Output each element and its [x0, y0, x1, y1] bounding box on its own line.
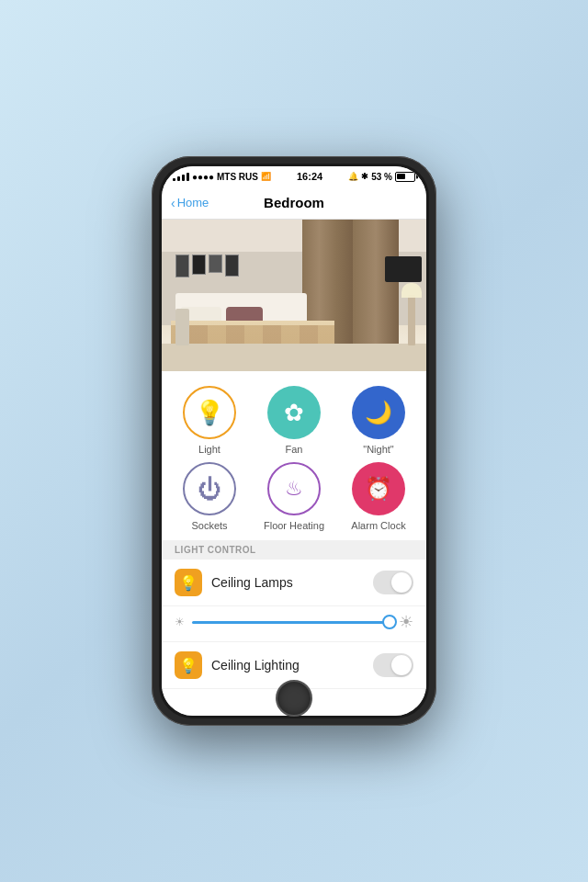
socket-icon-circle: ⏻ [183, 462, 236, 515]
brightness-row: ☀ ☀ [162, 606, 426, 642]
sun-bright-icon: ☀ [399, 612, 413, 632]
phone-frame: ●●●● MTS RUS 📶 16:24 🔔 ✱ 53 % ‹ Home [152, 156, 436, 726]
toggle-knob [391, 572, 412, 593]
power-icon: ⏻ [198, 475, 221, 503]
alarm-icon: 🔔 [348, 172, 358, 181]
bedroom-photo [162, 220, 426, 371]
battery-icon [395, 172, 415, 182]
carrier-label: ●●●● MTS RUS [192, 172, 258, 182]
status-right: 🔔 ✱ 53 % [348, 172, 415, 182]
lightbulb-icon: 💡 [195, 399, 224, 427]
light-label: Light [198, 444, 220, 455]
fan-icon: ✿ [284, 399, 304, 427]
floor [162, 344, 426, 371]
device-grid: 💡 Light ✿ Fan 🌙 [162, 371, 426, 540]
alarm-clock-icon: ⏰ [365, 476, 392, 502]
heat-icon: ♨ [285, 477, 303, 501]
socket-label: Sockets [191, 520, 227, 531]
wall-pictures [175, 254, 239, 277]
bulb2-icon: 💡 [179, 657, 198, 674]
home-button[interactable] [276, 680, 312, 717]
bedroom-scene [162, 220, 426, 371]
brightness-slider[interactable] [192, 621, 391, 624]
tv [385, 256, 422, 282]
ceiling-lighting-name: Ceiling Lighting [211, 658, 364, 673]
curtain-right [353, 220, 399, 348]
screen: ●●●● MTS RUS 📶 16:24 🔔 ✱ 53 % ‹ Home [162, 166, 426, 716]
floor-lamp-shade [401, 283, 422, 298]
light-icon-circle: 💡 [183, 386, 236, 439]
toggle-knob-2 [391, 655, 412, 675]
controls-area: 💡 Light ✿ Fan 🌙 [162, 371, 426, 716]
device-heating[interactable]: ♨ Floor Heating [255, 462, 333, 531]
wifi-icon: 📶 [261, 172, 271, 181]
back-button[interactable]: ‹ Home [171, 196, 209, 210]
device-alarm[interactable]: ⏰ Alarm Clock [340, 462, 417, 531]
night-icon-circle: 🌙 [352, 386, 405, 439]
moon-icon: 🌙 [365, 400, 392, 425]
bulb-icon: 💡 [179, 574, 198, 592]
device-socket[interactable]: ⏻ Sockets [171, 462, 248, 531]
alarm-label: Alarm Clock [351, 520, 405, 531]
battery-pct: 53 % [371, 172, 392, 182]
clock: 16:24 [297, 171, 322, 182]
heating-icon-circle: ♨ [267, 462, 321, 515]
chevron-left-icon: ‹ [171, 196, 175, 210]
status-bar: ●●●● MTS RUS 📶 16:24 🔔 ✱ 53 % [162, 166, 426, 187]
ceiling-lighting-icon: 💡 [175, 651, 202, 679]
bluetooth-icon: ✱ [361, 172, 368, 181]
nav-bar: ‹ Home Bedroom [162, 187, 426, 220]
section-header-light: LIGHT CONTROL [162, 540, 426, 560]
heating-label: Floor Heating [264, 520, 324, 531]
ceiling-lighting-toggle[interactable] [373, 653, 413, 677]
sun-dim-icon: ☀ [175, 616, 185, 628]
alarm-icon-circle: ⏰ [352, 462, 405, 515]
signal-icon [173, 173, 189, 181]
section-label: LIGHT CONTROL [175, 545, 256, 555]
ceiling-lamps-icon: 💡 [175, 569, 202, 596]
phone-inner: ●●●● MTS RUS 📶 16:24 🔔 ✱ 53 % ‹ Home [159, 164, 429, 718]
back-label: Home [177, 196, 209, 209]
device-night[interactable]: 🌙 "Night" [340, 386, 417, 455]
page-title: Bedroom [264, 195, 324, 210]
fan-icon-circle: ✿ [267, 386, 321, 439]
device-light[interactable]: 💡 Light [171, 386, 248, 455]
ceiling-lamps-name: Ceiling Lamps [211, 575, 364, 590]
ceiling-lamps-row: 💡 Ceiling Lamps [162, 560, 426, 606]
night-label: "Night" [363, 444, 394, 455]
status-left: ●●●● MTS RUS 📶 [173, 172, 271, 182]
ceiling-lamps-toggle[interactable] [373, 571, 413, 594]
nightstand [175, 309, 189, 345]
fan-label: Fan [286, 444, 303, 455]
device-fan[interactable]: ✿ Fan [255, 386, 333, 455]
floor-lamp-stand [408, 295, 415, 345]
battery-fill [397, 174, 405, 179]
